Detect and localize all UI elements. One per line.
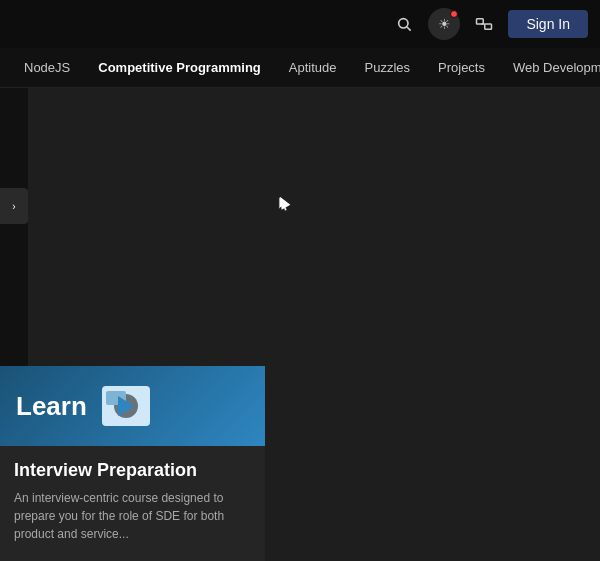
nav-item-projects[interactable]: Projects <box>426 54 497 81</box>
play-triangle-icon <box>118 396 134 416</box>
header-icons: ☀ Sign In <box>388 8 588 40</box>
navbar: NodeJS Competitive Programming Aptitude … <box>0 48 600 88</box>
theme-icon: ☀ <box>438 16 451 32</box>
sidebar-item-partial[interactable]: › <box>0 188 28 224</box>
mouse-cursor <box>278 196 292 210</box>
learn-illustration <box>102 386 150 426</box>
svg-line-1 <box>407 27 411 31</box>
svg-rect-3 <box>485 24 492 29</box>
sidebar-arrow-icon: › <box>12 201 15 212</box>
svg-rect-2 <box>477 19 484 24</box>
play-circle <box>114 394 138 418</box>
main-content: › Learn Interview Preparation An intervi… <box>0 88 600 561</box>
sign-in-button[interactable]: Sign In <box>508 10 588 38</box>
header: ☀ Sign In <box>0 0 600 48</box>
nav-item-puzzles[interactable]: Puzzles <box>352 54 422 81</box>
nav-item-competitive-programming[interactable]: Competitive Programming <box>86 54 273 81</box>
card-learn-banner: Learn <box>0 366 265 446</box>
nav-item-nodejs[interactable]: NodeJS <box>12 54 82 81</box>
notification-dot <box>450 10 458 18</box>
translate-button[interactable] <box>468 8 500 40</box>
search-button[interactable] <box>388 8 420 40</box>
nav-item-aptitude[interactable]: Aptitude <box>277 54 349 81</box>
card-info: Interview Preparation An interview-centr… <box>0 446 265 561</box>
course-card[interactable]: Learn Interview Preparation An interview… <box>0 366 265 561</box>
svg-point-0 <box>399 19 408 28</box>
card-learn-icon <box>99 379 154 434</box>
theme-toggle-button[interactable]: ☀ <box>428 8 460 40</box>
nav-item-web-development[interactable]: Web Development <box>501 54 600 81</box>
card-learn-label: Learn <box>16 391 87 422</box>
card-description: An interview-centric course designed to … <box>14 489 251 543</box>
card-title: Interview Preparation <box>14 460 251 481</box>
